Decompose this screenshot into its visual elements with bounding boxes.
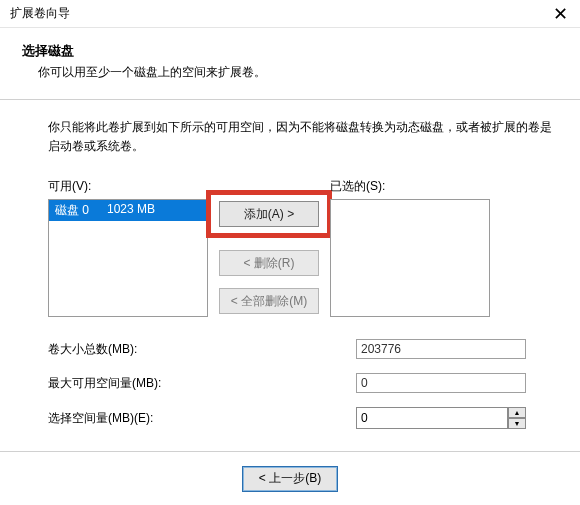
size-fields: 卷大小总数(MB): 203776 最大可用空间量(MB): 0 选择空间量(M…: [48, 339, 552, 429]
description-text: 你只能将此卷扩展到如下所示的可用空间，因为不能将磁盘转换为动态磁盘，或者被扩展的…: [48, 118, 552, 156]
remove-all-button: < 全部删除(M): [219, 288, 319, 314]
disk-name: 磁盘 0: [55, 202, 89, 219]
wizard-body: 你只能将此卷扩展到如下所示的可用空间，因为不能将磁盘转换为动态磁盘，或者被扩展的…: [0, 100, 580, 429]
max-space-value: 0: [356, 373, 526, 393]
selected-column: 已选的(S):: [330, 178, 490, 317]
total-size-row: 卷大小总数(MB): 203776: [48, 339, 552, 359]
titlebar: 扩展卷向导 ✕: [0, 0, 580, 28]
select-space-spinner: ▲ ▼: [356, 407, 526, 429]
list-item[interactable]: 磁盘 0 1023 MB: [49, 200, 207, 221]
wizard-header: 选择磁盘 你可以用至少一个磁盘上的空间来扩展卷。: [0, 28, 580, 100]
max-space-row: 最大可用空间量(MB): 0: [48, 373, 552, 393]
add-button[interactable]: 添加(A) >: [219, 201, 319, 227]
available-column: 可用(V): 磁盘 0 1023 MB: [48, 178, 208, 317]
close-icon[interactable]: ✕: [549, 5, 572, 23]
disk-lists-row: 可用(V): 磁盘 0 1023 MB 添加(A) > < 删除(R) < 全部…: [48, 178, 552, 317]
total-size-value: 203776: [356, 339, 526, 359]
transfer-buttons-column: 添加(A) > < 删除(R) < 全部删除(M): [208, 178, 330, 314]
available-label: 可用(V):: [48, 178, 208, 195]
wizard-footer: < 上一步(B): [0, 451, 580, 505]
spin-down-button[interactable]: ▼: [508, 418, 526, 429]
header-subtitle: 你可以用至少一个磁盘上的空间来扩展卷。: [38, 64, 562, 81]
max-space-label: 最大可用空间量(MB):: [48, 375, 356, 392]
select-space-input[interactable]: [356, 407, 508, 429]
available-listbox[interactable]: 磁盘 0 1023 MB: [48, 199, 208, 317]
add-highlight: 添加(A) >: [206, 190, 332, 238]
disk-size: 1023 MB: [107, 202, 155, 219]
select-space-label: 选择空间量(MB)(E):: [48, 410, 356, 427]
select-space-row: 选择空间量(MB)(E): ▲ ▼: [48, 407, 552, 429]
window-title: 扩展卷向导: [10, 5, 70, 22]
selected-label: 已选的(S):: [330, 178, 490, 195]
spin-up-button[interactable]: ▲: [508, 407, 526, 418]
back-button[interactable]: < 上一步(B): [242, 466, 338, 492]
remove-button: < 删除(R): [219, 250, 319, 276]
header-title: 选择磁盘: [22, 42, 562, 60]
total-size-label: 卷大小总数(MB):: [48, 341, 356, 358]
selected-listbox[interactable]: [330, 199, 490, 317]
spinner-buttons: ▲ ▼: [508, 407, 526, 429]
